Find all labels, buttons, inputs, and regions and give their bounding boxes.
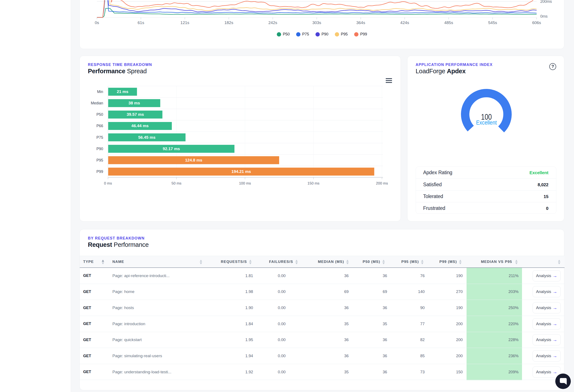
svg-text:P75: P75 [97,135,103,140]
svg-text:485s: 485s [444,20,453,25]
svg-text:Excellent: Excellent [476,119,497,126]
svg-text:150 ms: 150 ms [308,181,320,185]
svg-text:P95: P95 [97,158,103,162]
svg-text:P99: P99 [97,170,103,174]
svg-text:Median: Median [91,101,103,105]
svg-text:424s: 424s [400,20,409,25]
svg-text:0 ms: 0 ms [104,181,112,185]
svg-text:46.44 ms: 46.44 ms [131,123,148,128]
svg-text:92.17 ms: 92.17 ms [163,146,180,151]
svg-text:182s: 182s [224,20,233,25]
svg-text:303s: 303s [312,20,321,25]
svg-text:Min: Min [97,90,103,94]
svg-text:121s: 121s [181,20,189,25]
svg-text:P50: P50 [97,112,103,117]
svg-text:50 ms: 50 ms [171,181,181,185]
svg-text:P66: P66 [97,124,103,128]
svg-text:242s: 242s [268,20,277,25]
svg-text:606s: 606s [532,20,541,25]
svg-text:124.8 ms: 124.8 ms [185,158,202,162]
svg-text:38 ms: 38 ms [128,101,140,105]
svg-text:0ms: 0ms [540,14,548,19]
svg-text:56.45 ms: 56.45 ms [138,135,155,140]
svg-text:21 ms: 21 ms [117,89,128,94]
svg-text:200ms: 200ms [540,0,552,4]
svg-text:545s: 545s [488,20,497,25]
svg-text:0s: 0s [95,20,99,25]
svg-text:364s: 364s [356,20,365,25]
svg-text:P90: P90 [97,147,103,151]
svg-text:200 ms: 200 ms [376,181,388,185]
svg-text:194.21 ms: 194.21 ms [231,169,251,174]
svg-text:100 ms: 100 ms [239,181,251,185]
svg-text:39.57 ms: 39.57 ms [126,112,144,117]
svg-text:61s: 61s [138,20,144,25]
